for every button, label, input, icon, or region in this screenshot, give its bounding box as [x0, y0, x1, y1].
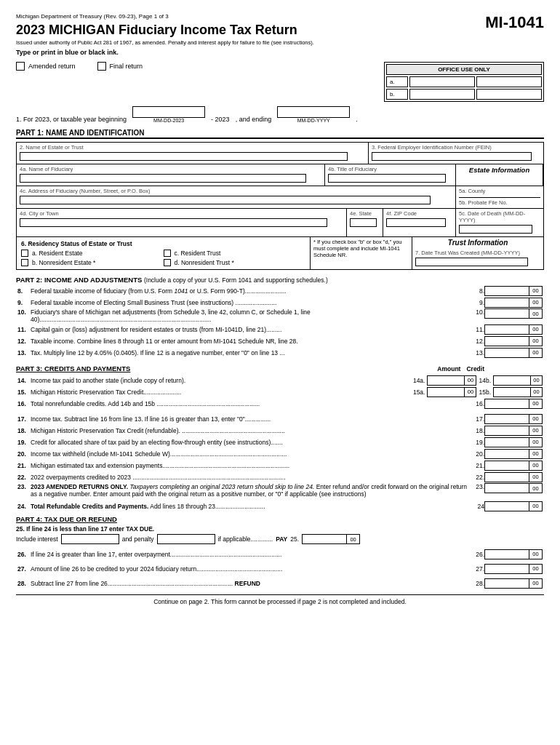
res-a-item[interactable]: a. Resident Estate: [21, 250, 164, 257]
res-a-checkbox[interactable]: [21, 250, 28, 257]
line-11-main[interactable]: [485, 325, 529, 334]
income-lines: 8. Federal taxable income of fiduciary (…: [16, 285, 544, 358]
tax-year-begin-input[interactable]: [132, 106, 205, 118]
line-18-main[interactable]: [485, 426, 529, 435]
res-d-checkbox[interactable]: [164, 259, 171, 266]
county-probate-group: 5a. County 5b. Probate File No.: [456, 186, 543, 208]
field4f-label: 4f. ZIP Code: [386, 210, 452, 217]
estate-info-title: Estate Information: [459, 166, 540, 174]
line-27-amount[interactable]: 00: [484, 564, 543, 574]
line-27-desc: Amount of line 26 to be credited to your…: [31, 565, 470, 573]
office-use-a-val2[interactable]: [476, 76, 542, 87]
line-10-amount[interactable]: 00: [484, 308, 543, 319]
final-checkbox-box[interactable]: [97, 62, 106, 71]
line-21-amount[interactable]: 00: [484, 461, 543, 471]
line-19-amount[interactable]: 00: [484, 437, 543, 447]
line-9-amount[interactable]: 00: [484, 298, 543, 308]
final-return-label: Final return: [110, 63, 143, 70]
line-28-amount[interactable]: 00: [484, 578, 543, 589]
line-23-amount[interactable]: 00: [484, 483, 543, 493]
tax-year-end-input[interactable]: [277, 106, 350, 118]
amended-checkbox-box[interactable]: [16, 62, 25, 71]
line-23-row: 23. 2023 AMENDED RETURNS ONLY. Taxpayers…: [16, 483, 544, 498]
final-return-checkbox[interactable]: Final return: [97, 62, 143, 71]
line-19-cents: 00: [529, 438, 542, 447]
res-c-item[interactable]: c. Resident Trust: [164, 250, 306, 257]
res-b-item[interactable]: b. Nonresident Estate *: [21, 259, 164, 266]
line-10-num: 10.: [17, 308, 31, 316]
tax-year-label: 1. For 2023, or taxable year beginning: [16, 116, 127, 123]
fiduciary-title-input[interactable]: [328, 174, 446, 183]
line-14-box-a[interactable]: 00: [427, 375, 476, 386]
line-8-amount[interactable]: 00: [484, 286, 543, 296]
office-use-b-val1[interactable]: [409, 89, 475, 100]
line-24-num: 24.: [17, 503, 31, 510]
line-22-main[interactable]: [485, 473, 529, 482]
line-11-amount[interactable]: 00: [484, 324, 543, 335]
field4c-label: 4c. Address of Fiduciary (Number, Street…: [20, 188, 452, 194]
line-21-ref: 21.: [470, 462, 484, 469]
name-estate-input[interactable]: [20, 152, 348, 161]
line-27-main[interactable]: [485, 565, 529, 573]
line-16-amount[interactable]: 00: [484, 399, 543, 409]
line-8-main[interactable]: [485, 287, 529, 295]
line-26-amount[interactable]: 00: [484, 549, 543, 559]
state-input[interactable]: [350, 218, 377, 227]
line-25-interest-input[interactable]: [61, 534, 119, 544]
line-26-main[interactable]: [485, 550, 529, 559]
res-b-checkbox[interactable]: [21, 259, 28, 266]
line-18-amount[interactable]: 00: [484, 426, 543, 436]
county-probate-row: 4c. Address of Fiduciary (Number, Street…: [16, 186, 544, 208]
line-15-box-a[interactable]: 00: [427, 387, 476, 397]
line-28-main[interactable]: [485, 579, 529, 588]
line-13-num: 13.: [17, 349, 31, 356]
line-25-group: 25. If line 24 is less than line 17 ente…: [16, 525, 544, 544]
line-12-amount[interactable]: 00: [484, 336, 543, 346]
line-12-main[interactable]: [485, 337, 529, 346]
line-25-penalty-input[interactable]: [157, 534, 215, 544]
line-9-cents: 00: [529, 298, 542, 307]
line-8-row: 8. Federal taxable income of fiduciary (…: [16, 285, 544, 296]
fiduciary-address-cell: 4c. Address of Fiduciary (Number, Street…: [17, 186, 456, 208]
line-20-main[interactable]: [485, 450, 529, 458]
line-14a-main[interactable]: [428, 376, 464, 385]
field5b-label: 5b. Probate File No.: [459, 199, 540, 206]
line-22-amount[interactable]: 00: [484, 472, 543, 482]
line-15-box-b[interactable]: 00: [493, 387, 543, 397]
line-19-main[interactable]: [485, 438, 529, 447]
res-c-checkbox[interactable]: [164, 250, 171, 257]
death-date-input[interactable]: [459, 225, 532, 234]
line-24-main[interactable]: [485, 502, 529, 511]
line-15a-main[interactable]: [428, 388, 464, 397]
line-20-amount[interactable]: 00: [484, 449, 543, 459]
line-14-box-b[interactable]: 00: [493, 375, 543, 386]
line-17-main[interactable]: [485, 415, 529, 423]
fiduciary-name-input[interactable]: [20, 174, 306, 183]
fiduciary-address-input[interactable]: [20, 196, 431, 204]
trust-info-title: Trust Information: [415, 239, 540, 247]
trust-date-input[interactable]: [415, 258, 528, 266]
line-10-main[interactable]: [485, 309, 529, 318]
fein-input[interactable]: [372, 152, 532, 161]
line-25-main[interactable]: [303, 535, 346, 543]
line-17-amount[interactable]: 00: [484, 414, 543, 424]
mm-dd-yyyy-label: MM-DD-YYYY: [297, 118, 330, 123]
line-18-num: 18.: [17, 427, 31, 434]
line-15b-main[interactable]: [494, 388, 530, 397]
zip-input[interactable]: [386, 218, 446, 227]
line-21-main[interactable]: [485, 461, 529, 470]
res-d-item[interactable]: d. Nonresident Trust *: [164, 259, 306, 266]
line-13-main[interactable]: [485, 348, 529, 357]
line-13-amount[interactable]: 00: [484, 348, 543, 358]
line-14b-main[interactable]: [494, 376, 530, 385]
office-use-b-val2[interactable]: [476, 89, 542, 100]
line-24-amount[interactable]: 00: [484, 501, 543, 511]
line-11-cents: 00: [529, 325, 542, 334]
line-25-amount[interactable]: 00: [302, 534, 360, 544]
line-9-main[interactable]: [485, 298, 529, 307]
line-23-main[interactable]: [485, 484, 529, 493]
office-use-a-val1[interactable]: [409, 76, 475, 87]
amended-return-checkbox[interactable]: Amended return: [16, 62, 76, 71]
line-16-main[interactable]: [485, 399, 529, 408]
city-input[interactable]: [20, 218, 327, 227]
